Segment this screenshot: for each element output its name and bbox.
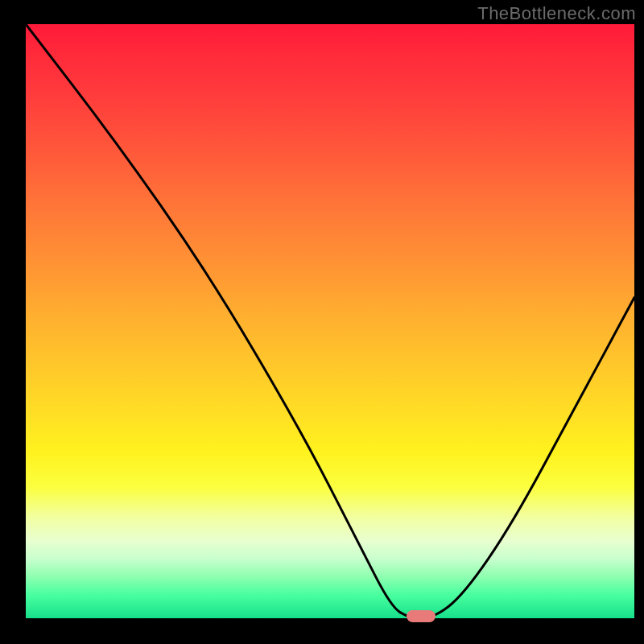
watermark-text: TheBottleneck.com: [477, 3, 636, 24]
bottleneck-curve-path: [26, 24, 634, 618]
optimal-marker: [407, 610, 436, 622]
chart-frame: TheBottleneck.com: [0, 0, 644, 644]
curve-svg: [26, 24, 634, 618]
plot-area: [26, 24, 634, 618]
